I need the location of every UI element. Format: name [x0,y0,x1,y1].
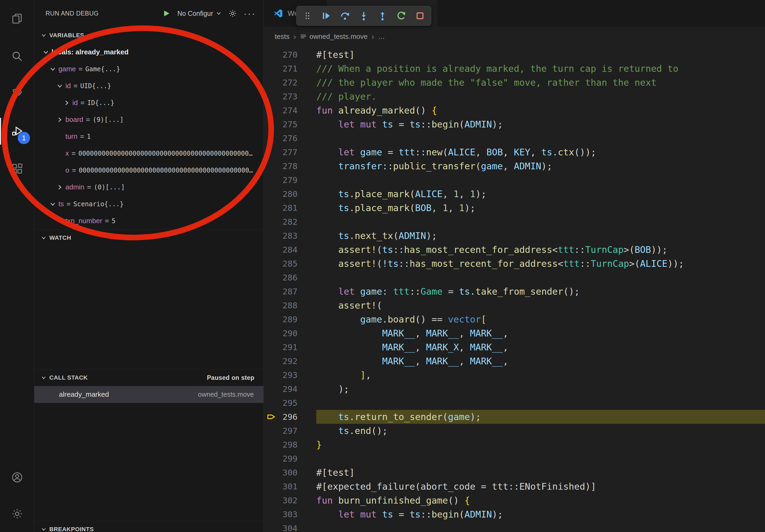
activity-bar-extensions[interactable] [0,150,34,187]
gutter[interactable]: 290 [264,326,316,340]
code-text[interactable] [316,521,765,532]
gutter[interactable]: 284 [264,243,316,257]
code-line-288[interactable]: 288 assert!( [264,298,765,312]
variable-row[interactable]: id=UID{...} [34,78,264,94]
code-line-273[interactable]: 273/// player. [264,90,765,104]
breadcrumb-tests[interactable]: tests [275,32,290,41]
activity-bar-source-control[interactable] [0,75,34,113]
code-text[interactable] [316,271,765,285]
gutter[interactable]: 272 [264,76,316,90]
code-text[interactable]: /// player. [316,90,765,104]
variable-row[interactable]: x=00000000000000000000000000000000000000… [34,145,264,162]
gutter[interactable]: 283 [264,229,316,243]
gutter[interactable]: 302 [264,493,316,507]
code-line-274[interactable]: 274fun already_marked() { [264,104,765,117]
start-debug-button[interactable] [162,9,171,18]
activity-bar-account[interactable] [0,459,34,496]
gutter[interactable]: 294 [264,382,316,396]
code-line-292[interactable]: 292 MARK__, MARK__, MARK__, [264,354,765,368]
gutter[interactable]: 279 [264,173,316,187]
code-text[interactable]: assert!(!ts::has_most_recent_for_address… [316,257,765,271]
variables-section-header[interactable]: VARIABLES [34,27,264,44]
variables-scope-row[interactable]: locals: already_marked [34,44,264,61]
code-line-291[interactable]: 291 MARK__, MARK_X, MARK__, [264,340,765,354]
code-line-272[interactable]: 272/// the player who made the "false" m… [264,76,765,90]
code-text[interactable]: ); [316,382,765,396]
gutter[interactable]: 304 [264,521,316,532]
code-line-302[interactable]: 302fun burn_unfinished_game() { [264,493,765,507]
gutter[interactable]: 298 [264,438,316,452]
debug-config-dropdown[interactable]: No Configur [178,10,222,17]
code-line-277[interactable]: 277 let game = ttt::new(ALICE, BOB, KEY,… [264,145,765,159]
code-line-298[interactable]: 298} [264,438,765,452]
code-text[interactable]: ts.end(); [316,424,765,438]
code-line-301[interactable]: 301#[expected_failure(abort_code = ttt::… [264,479,765,493]
code-text[interactable]: let mut ts = ts::begin(ADMIN); [316,117,765,131]
restart-button[interactable] [393,8,409,24]
code-text[interactable]: assert!( [316,298,765,312]
code-text[interactable]: #[expected_failure(abort_code = ttt::ENo… [316,479,765,493]
chevron-down-icon[interactable] [49,66,56,73]
gutter[interactable]: 278 [264,159,316,173]
code-text[interactable]: let game: ttt::Game = ts.take_from_sende… [316,285,765,298]
continue-button[interactable] [318,8,335,24]
code-line-271[interactable]: 271/// When a position is already marked… [264,62,765,76]
code-line-283[interactable]: 283 ts.next_tx(ADMIN); [264,229,765,243]
step-over-button[interactable] [337,8,353,24]
code-line-275[interactable]: 275 let mut ts = ts::begin(ADMIN); [264,117,765,131]
code-line-289[interactable]: 289 game.board() == vector[ [264,312,765,326]
gutter[interactable]: 300 [264,465,316,479]
gutter[interactable]: 303 [264,507,316,521]
code-line-282[interactable]: 282 [264,215,765,229]
activity-bar-explorer[interactable] [0,0,34,38]
variable-row[interactable]: admin=(0)[...] [34,179,264,195]
gutter[interactable]: 301 [264,479,316,493]
call-stack-frame-row[interactable]: already_marked owned_tests.move [34,386,264,403]
code-text[interactable]: MARK__, MARK__, MARK__, [316,326,765,340]
code-line-287[interactable]: 287 let game: ttt::Game = ts.take_from_s… [264,285,765,298]
code-text[interactable]: MARK__, MARK__, MARK__, [316,354,765,368]
gutter[interactable]: 297 [264,424,316,438]
gutter[interactable]: 287 [264,285,316,298]
code-line-279[interactable]: 279 [264,173,765,187]
code-line-296[interactable]: 296 ts.return_to_sender(game); [264,410,765,424]
code-line-285[interactable]: 285 assert!(!ts::has_most_recent_for_add… [264,257,765,271]
code-text[interactable]: let game = ttt::new(ALICE, BOB, KEY, ts.… [316,145,765,159]
debug-settings-gear-button[interactable] [228,9,237,18]
gutter[interactable]: 274 [264,104,316,117]
gutter[interactable]: 286 [264,271,316,285]
code-text[interactable]: /// the player who made the "false" move… [316,76,765,90]
gutter[interactable]: 288 [264,298,316,312]
code-line-281[interactable]: 281 ts.place_mark(BOB, 1, 1); [264,201,765,215]
code-text[interactable]: fun already_marked() { [316,104,765,117]
step-out-button[interactable] [374,8,391,24]
code-line-300[interactable]: 300#[test] [264,465,765,479]
code-line-284[interactable]: 284 assert!(ts::has_most_recent_for_addr… [264,243,765,257]
code-line-286[interactable]: 286 [264,271,765,285]
code-text[interactable]: ts.place_mark(ALICE, 1, 1); [316,187,765,201]
code-text[interactable]: ts.place_mark(BOB, 1, 1); [316,201,765,215]
stop-button[interactable] [412,8,428,24]
gutter[interactable]: 299 [264,452,316,465]
code-line-294[interactable]: 294 ); [264,382,765,396]
chevron-right-icon[interactable] [63,100,70,106]
gutter[interactable]: 275 [264,117,316,131]
chevron-right-icon[interactable] [56,116,63,123]
code-text[interactable]: ts.return_to_sender(game); [316,410,765,424]
gutter[interactable]: 271 [264,62,316,76]
code-text[interactable]: let mut ts = ts::begin(ADMIN); [316,507,765,521]
chevron-down-icon[interactable] [42,49,49,56]
code-line-280[interactable]: 280 ts.place_mark(ALICE, 1, 1); [264,187,765,201]
code-text[interactable]: } [316,438,765,452]
code-text[interactable]: /// When a position is already marked, t… [316,62,765,76]
gutter[interactable]: 280 [264,187,316,201]
breadcrumb-symbol[interactable]: … [378,32,385,41]
code-text[interactable] [316,452,765,465]
gutter[interactable]: 296 [264,410,316,424]
code-text[interactable]: ts.next_tx(ADMIN); [316,229,765,243]
variable-row[interactable]: game=Game{...} [34,61,264,78]
code-line-278[interactable]: 278 transfer::public_transfer(game, ADMI… [264,159,765,173]
code-line-299[interactable]: 299 [264,452,765,465]
chevron-right-icon[interactable] [56,184,63,191]
activity-bar-search[interactable] [0,38,34,75]
